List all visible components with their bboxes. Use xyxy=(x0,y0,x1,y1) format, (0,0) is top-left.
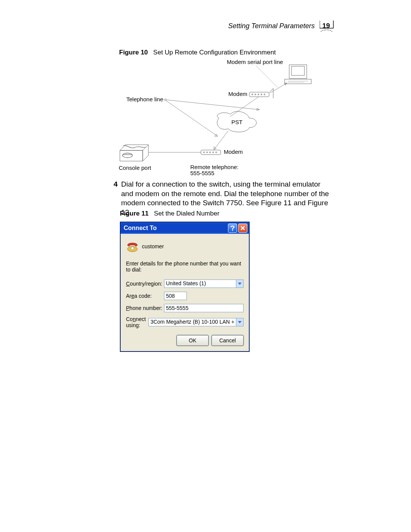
country-value: United States (1) xyxy=(164,280,236,288)
svg-marker-52 xyxy=(238,283,242,285)
svg-point-3 xyxy=(321,31,321,31)
phone-number-input[interactable] xyxy=(164,304,244,312)
modem-top-icon xyxy=(249,88,273,98)
area-code-label: Area code: xyxy=(126,293,164,299)
svg-point-23 xyxy=(261,94,262,95)
svg-point-4 xyxy=(322,30,323,30)
svg-point-5 xyxy=(324,30,324,30)
svg-point-21 xyxy=(255,94,256,95)
modem-bottom-icon xyxy=(201,150,221,155)
phone-number-row: Phone number: xyxy=(126,304,244,312)
svg-line-31 xyxy=(166,101,218,136)
dialog-instruction: Enter details for the phone number that … xyxy=(126,260,244,273)
svg-point-36 xyxy=(210,152,211,153)
svg-point-51 xyxy=(131,247,134,250)
dialog-buttons: OK Cancel xyxy=(126,335,244,346)
svg-line-39 xyxy=(214,131,228,150)
svg-point-8 xyxy=(328,30,329,30)
label-modem-serial: Modem serial port line xyxy=(227,59,283,65)
figure-10-diagram: Modem serial port line Modem Telephone l… xyxy=(114,57,327,179)
svg-line-30 xyxy=(230,97,259,117)
figure-10-number: Figure 10 xyxy=(119,49,153,56)
country-select[interactable]: United States (1) xyxy=(164,280,244,288)
section-title: Setting Terminal Parameters xyxy=(228,22,322,30)
connect-using-row: Connect using: 3Com Megahertz (B) 10-100… xyxy=(126,316,244,328)
svg-line-16 xyxy=(270,83,287,93)
step-number: 4 xyxy=(108,180,119,189)
phone-number-label: Phone number: xyxy=(126,305,164,311)
country-label: Country/region: xyxy=(126,281,164,287)
svg-rect-12 xyxy=(292,66,304,75)
dialog-titlebar[interactable]: Connect To xyxy=(121,222,249,234)
dropdown-arrow-icon xyxy=(236,280,243,288)
connect-using-label: Connect using: xyxy=(126,316,148,328)
dialog-title: Connect To xyxy=(124,225,228,232)
phone-icon xyxy=(126,240,139,253)
svg-marker-27 xyxy=(164,99,166,101)
figure-10-caption: Figure 10Set Up Remote Configuration Env… xyxy=(119,49,276,56)
svg-line-18 xyxy=(256,66,278,88)
label-modem-top: Modem xyxy=(228,91,247,97)
figure-11-number: Figure 11 xyxy=(120,210,154,217)
svg-point-22 xyxy=(258,94,259,95)
svg-point-9 xyxy=(330,30,330,30)
svg-marker-41 xyxy=(120,150,143,161)
svg-line-28 xyxy=(166,100,260,110)
cancel-button[interactable]: Cancel xyxy=(212,335,244,346)
country-row: Country/region: United States (1) xyxy=(126,280,244,288)
svg-marker-53 xyxy=(238,321,242,323)
area-code-row: Area code: xyxy=(126,292,244,300)
svg-point-7 xyxy=(327,30,327,30)
connect-using-select[interactable]: 3Com Megahertz (B) 10-100 LAN + xyxy=(148,318,244,326)
label-modem-bottom: Modem xyxy=(224,149,243,155)
label-console-port: Console port xyxy=(119,165,151,171)
svg-point-47 xyxy=(232,230,233,231)
svg-point-34 xyxy=(204,152,205,153)
connect-using-value: 3Com Megahertz (B) 10-100 LAN + xyxy=(149,318,236,326)
svg-point-38 xyxy=(216,152,217,153)
figure-10-title: Set Up Remote Configuration Environment xyxy=(153,49,276,56)
dropdown-arrow-icon xyxy=(236,318,243,326)
connection-name-row: customer xyxy=(126,240,244,253)
computer-icon xyxy=(285,65,311,84)
close-icon xyxy=(241,226,245,230)
label-telephone-line: Telephone line xyxy=(126,96,163,102)
svg-rect-13 xyxy=(285,79,311,84)
svg-point-20 xyxy=(252,94,253,95)
dialog-body: customer Enter details for the phone num… xyxy=(121,234,249,351)
svg-point-6 xyxy=(325,30,326,30)
svg-point-24 xyxy=(264,94,265,95)
area-code-input[interactable] xyxy=(164,292,187,300)
label-remote-phone-2: 555-5555 xyxy=(190,170,214,176)
connect-to-dialog: Connect To xyxy=(120,222,250,352)
close-button[interactable] xyxy=(238,224,247,233)
document-page: Setting Terminal Parameters 19 Figure 10… xyxy=(0,0,411,532)
figure-11-title: Set the Dialed Number xyxy=(154,210,220,217)
help-button[interactable] xyxy=(228,224,237,233)
svg-rect-11 xyxy=(289,65,307,78)
connection-name: customer xyxy=(142,243,164,249)
svg-point-44 xyxy=(123,153,132,158)
svg-point-10 xyxy=(331,31,332,31)
ok-button[interactable]: OK xyxy=(177,335,209,346)
label-pst: PST xyxy=(231,119,242,125)
page-header: Setting Terminal Parameters 19 xyxy=(228,22,333,30)
svg-marker-17 xyxy=(285,83,287,85)
page-tab-decoration xyxy=(320,21,335,36)
figure-11-caption: Figure 11Set the Dialed Number xyxy=(120,210,220,217)
svg-line-25 xyxy=(269,88,273,93)
svg-point-37 xyxy=(213,152,214,153)
help-icon xyxy=(230,225,235,231)
label-remote-phone-1: Remote telephone: xyxy=(190,164,239,170)
svg-point-35 xyxy=(207,152,208,153)
switch-icon xyxy=(120,145,148,161)
